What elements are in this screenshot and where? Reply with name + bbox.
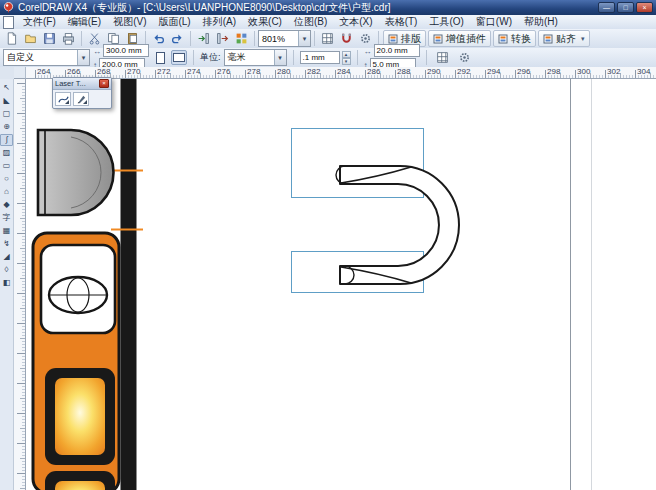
print-button[interactable] — [59, 30, 78, 47]
shape-tool[interactable]: ◣ — [0, 95, 13, 107]
menu-item[interactable]: 效果(C) — [242, 15, 288, 29]
crop-tool[interactable]: ▢ — [0, 108, 13, 120]
menu-item[interactable]: 表格(T) — [379, 15, 424, 29]
chevron-down-icon[interactable] — [274, 50, 286, 65]
snap-to-guides-button[interactable] — [337, 30, 356, 47]
tool-glyph: ▦ — [3, 226, 11, 235]
redo-button[interactable] — [168, 30, 187, 47]
ruler-number: 276 — [215, 67, 245, 78]
toolbar-button-icon — [543, 34, 553, 44]
menu-item[interactable]: 文件(F) — [17, 15, 62, 29]
menu-item[interactable]: 排列(A) — [197, 15, 242, 29]
glow-button[interactable] — [55, 378, 105, 455]
horseshoe-outline[interactable] — [340, 166, 459, 284]
maximize-button[interactable]: □ — [617, 2, 634, 13]
ruler-number: 298 — [545, 67, 575, 78]
ellipse-tool[interactable]: ○ — [0, 173, 13, 185]
property-bar: 自定义 300.0 mm 200.0 mm 单位: 毫米 .1 mm 20.0 … — [0, 48, 656, 68]
basic-shapes-tool[interactable]: ◆ — [0, 199, 13, 211]
rectangle-tool[interactable]: ▭ — [0, 160, 13, 172]
snap-options-button[interactable] — [433, 49, 452, 66]
text-tool[interactable]: 字 — [0, 212, 13, 224]
chevron-down-icon[interactable] — [298, 31, 310, 46]
title-bar: CorelDRAW X4（专业版）- [C:\Users\LUANPHONE80… — [0, 0, 656, 15]
menu-item[interactable]: 工具(O) — [423, 15, 469, 29]
close-button[interactable]: × — [636, 2, 653, 13]
menu-item[interactable]: 帮助(H) — [518, 15, 564, 29]
menu-item[interactable]: 文本(X) — [333, 15, 378, 29]
interactive-tool[interactable]: ↯ — [0, 238, 13, 250]
step-down-icon[interactable] — [342, 58, 351, 65]
export-button[interactable] — [213, 30, 232, 47]
menu-item[interactable]: 版面(L) — [152, 15, 196, 29]
laser-toolbar[interactable]: Laser T... × — [52, 77, 112, 109]
separator — [254, 31, 255, 46]
freehand-flyout-button[interactable] — [55, 92, 71, 106]
menu-item[interactable]: 窗口(W) — [470, 15, 518, 29]
zoom-tool[interactable]: ⊕ — [0, 121, 13, 133]
black-strip[interactable] — [121, 79, 137, 490]
pick-tool[interactable]: ↖ — [0, 82, 13, 94]
export-icon — [216, 32, 229, 45]
landscape-button[interactable] — [171, 50, 187, 65]
minimize-button[interactable]: — — [598, 2, 615, 13]
page-size-preset-combo[interactable]: 自定义 — [3, 49, 90, 66]
freehand-tool[interactable]: ∫ — [0, 134, 13, 146]
horizontal-ruler[interactable]: 2642662682702722742762782802822842862882… — [26, 67, 656, 79]
units-combo[interactable]: 毫米 — [224, 49, 287, 66]
open-button[interactable] — [21, 30, 40, 47]
dup-x-icon — [364, 46, 372, 56]
bezier-flyout-button[interactable] — [73, 92, 89, 106]
vertical-ruler[interactable] — [14, 79, 26, 490]
tool-glyph: 字 — [3, 213, 11, 222]
polygon-tool[interactable]: ⌂ — [0, 186, 13, 198]
close-icon[interactable]: × — [99, 79, 109, 88]
step-up-icon[interactable] — [342, 51, 351, 58]
window-title: CorelDRAW X4（专业版）- [C:\Users\LUANPHONE80… — [18, 1, 391, 15]
convert-button[interactable]: 转换 — [493, 30, 536, 47]
d-shape-button[interactable] — [38, 130, 114, 215]
horseshoe-curve[interactable] — [336, 166, 459, 284]
menu-item[interactable]: 编辑(E) — [62, 15, 107, 29]
selection-rect-top[interactable] — [292, 129, 424, 198]
table-tool[interactable]: ▦ — [0, 225, 13, 237]
duplicate-x-field[interactable]: 20.0 mm — [374, 44, 420, 57]
menu-item[interactable]: 位图(B) — [288, 15, 333, 29]
phone-artwork[interactable] — [33, 79, 143, 490]
import-button[interactable] — [194, 30, 213, 47]
grid-icon — [436, 51, 449, 64]
snap-button[interactable]: 贴齐 — [538, 30, 590, 47]
save-button[interactable] — [40, 30, 59, 47]
ruler-origin[interactable] — [14, 67, 26, 79]
fill-tool[interactable]: ◧ — [0, 277, 13, 289]
page-width-field[interactable]: 300.0 mm — [103, 44, 149, 57]
ruler-number: 302 — [605, 67, 635, 78]
save-icon — [43, 32, 56, 45]
chevron-down-icon[interactable] — [77, 50, 89, 65]
toolbar-button-label: 转换 — [511, 32, 531, 46]
smart-fill-tool[interactable]: ▨ — [0, 147, 13, 159]
tool-glyph: ◊ — [5, 265, 9, 274]
nudge-stepper[interactable] — [342, 51, 351, 64]
draw-options-button[interactable] — [455, 49, 474, 66]
outline-tool[interactable]: ◊ — [0, 264, 13, 276]
zoom-level-combo[interactable]: 801% — [258, 30, 311, 47]
eyedropper-tool[interactable]: ◢ — [0, 251, 13, 263]
laser-toolbar-titlebar[interactable]: Laser T... × — [53, 78, 111, 90]
nudge-field[interactable]: .1 mm — [300, 51, 340, 64]
menu-item[interactable]: 视图(V) — [107, 15, 152, 29]
app-launcher-button[interactable] — [232, 30, 251, 47]
drawing-canvas[interactable] — [26, 79, 656, 490]
new-button[interactable] — [2, 30, 21, 47]
portrait-button[interactable] — [152, 50, 168, 65]
undo-button[interactable] — [149, 30, 168, 47]
ruler-number: 272 — [155, 67, 185, 78]
snap-to-grid-button[interactable] — [318, 30, 337, 47]
coreldraw-logo-icon — [3, 2, 14, 13]
plugins-button[interactable]: 增值插件 — [428, 30, 491, 47]
tool-glyph: ◆ — [3, 200, 9, 209]
ruler-number: 286 — [365, 67, 395, 78]
glow-button[interactable] — [55, 481, 105, 490]
ruler-number: 292 — [455, 67, 485, 78]
tool-glyph: ◣ — [3, 96, 9, 105]
